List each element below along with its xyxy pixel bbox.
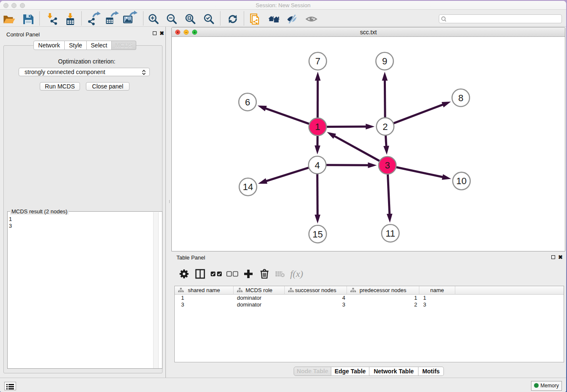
svg-text:9: 9 [382,56,387,66]
svg-text:7: 7 [315,56,320,66]
svg-text:4: 4 [315,160,320,171]
svg-text:f(x): f(x) [290,268,303,279]
svg-text:15: 15 [312,229,322,240]
svg-text:3: 3 [385,160,390,171]
svg-text:11: 11 [385,228,395,239]
svg-text:2: 2 [383,121,388,132]
svg-text:10: 10 [456,176,466,186]
svg-text:14: 14 [243,182,253,192]
svg-text:6: 6 [245,97,250,108]
svg-text:1: 1 [315,121,320,132]
svg-text:8: 8 [458,93,463,103]
